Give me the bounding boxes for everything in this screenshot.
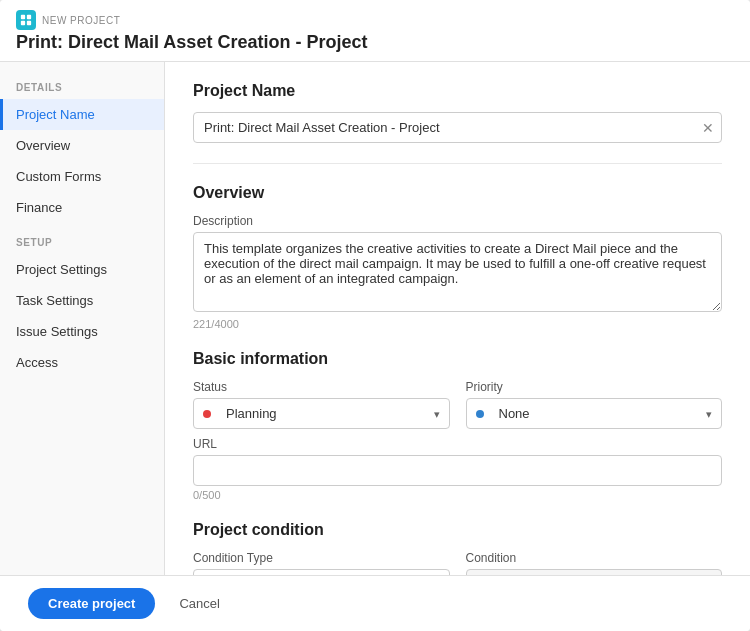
sidebar-item-overview[interactable]: Overview [0,130,164,161]
description-char-count: 221/4000 [193,318,722,330]
project-name-input[interactable] [193,112,722,143]
status-group: Status Planning Current On Hold Complete… [193,380,450,429]
window-title: Print: Direct Mail Asset Creation - Proj… [16,32,734,53]
priority-group: Priority None Low Medium High ▾ [466,380,723,429]
svg-rect-1 [27,15,31,19]
window-title-text: Print: Direct Mail Asset Creation - Proj… [16,32,367,53]
sidebar-item-project-name[interactable]: Project Name [0,99,164,130]
sidebar-section-details: DETAILS [0,78,164,99]
condition-select-wrapper: On Target At Risk In Trouble ▾ [466,569,723,575]
overview-title: Overview [193,184,722,202]
project-name-title: Project Name [193,82,722,100]
status-select[interactable]: Planning Current On Hold Complete [193,398,450,429]
new-project-label: NEW PROJECT [16,10,734,30]
status-priority-row: Status Planning Current On Hold Complete… [193,380,722,429]
cancel-button[interactable]: Cancel [167,588,231,619]
sidebar-item-finance[interactable]: Finance [0,192,164,223]
sidebar-item-task-settings[interactable]: Task Settings [0,285,164,316]
app-window: NEW PROJECT Print: Direct Mail Asset Cre… [0,0,750,631]
condition-group: Condition On Target At Risk In Trouble ▾ [466,551,723,575]
description-textarea[interactable]: This template organizes the creative act… [193,232,722,312]
app-icon [16,10,36,30]
title-bar: NEW PROJECT Print: Direct Mail Asset Cre… [0,0,750,62]
basic-info-section: Basic information Status Planning Curren… [193,350,722,501]
create-project-button[interactable]: Create project [28,588,155,619]
overview-section: Overview Description This template organ… [193,184,722,330]
project-condition-section: Project condition Condition Type Conditi… [193,521,722,575]
url-label: URL [193,437,722,451]
url-input[interactable] [193,455,722,486]
priority-select-wrapper: None Low Medium High ▾ [466,398,723,429]
sidebar: DETAILS Project Name Overview Custom For… [0,62,165,575]
app-icon-svg [20,14,32,26]
condition-type-label: Condition Type [193,551,450,565]
project-name-input-wrapper: ✕ [193,112,722,143]
condition-label: Condition [466,551,723,565]
project-condition-title: Project condition [193,521,722,539]
svg-rect-0 [21,15,25,19]
condition-row: Condition Type Condition On Target At Ri… [193,551,722,575]
content-area: DETAILS Project Name Overview Custom For… [0,62,750,575]
condition-type-group: Condition Type [193,551,450,575]
divider-1 [193,163,722,164]
priority-select[interactable]: None Low Medium High [466,398,723,429]
url-group: URL 0/500 [193,437,722,501]
url-char-count: 0/500 [193,489,722,501]
status-select-wrapper: Planning Current On Hold Complete ▾ [193,398,450,429]
priority-label: Priority [466,380,723,394]
sidebar-item-custom-forms[interactable]: Custom Forms [0,161,164,192]
footer-bar: Create project Cancel [0,575,750,631]
description-label: Description [193,214,722,228]
condition-select[interactable]: On Target At Risk In Trouble [466,569,723,575]
sidebar-section-setup: SETUP [0,233,164,254]
project-name-clear-button[interactable]: ✕ [702,120,714,136]
svg-rect-3 [27,21,31,25]
sidebar-item-access[interactable]: Access [0,347,164,378]
status-label: Status [193,380,450,394]
main-content: Project Name ✕ Overview Description This… [165,62,750,575]
sidebar-item-issue-settings[interactable]: Issue Settings [0,316,164,347]
sidebar-item-project-settings[interactable]: Project Settings [0,254,164,285]
basic-info-title: Basic information [193,350,722,368]
project-name-section: Project Name ✕ [193,82,722,143]
svg-rect-2 [21,21,25,25]
